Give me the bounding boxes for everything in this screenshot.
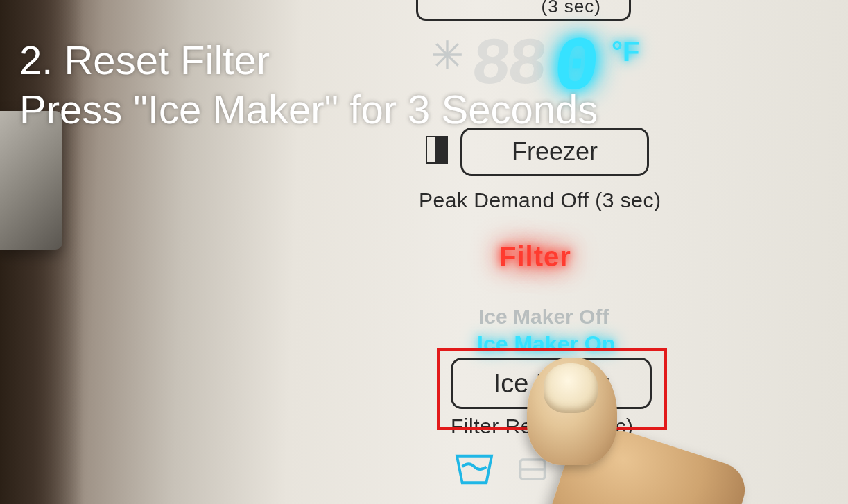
- fridge-button-outline-partial[interactable]: (3 sec): [416, 0, 631, 21]
- freezer-sublabel: Peak Demand Off (3 sec): [419, 189, 661, 212]
- ice-cube-icon: [513, 451, 552, 488]
- instruction-overlay-text: 2. Reset Filter Press "Ice Maker" for 3 …: [19, 36, 598, 134]
- freezer-button-label: Freezer: [512, 137, 598, 166]
- filter-indicator-light: Filter: [499, 241, 571, 272]
- instruction-highlight-box: [437, 348, 667, 430]
- temperature-unit: °F: [612, 36, 639, 67]
- freezer-compartment-icon: [426, 136, 453, 166]
- ice-maker-off-label: Ice Maker Off: [478, 305, 609, 329]
- water-dispenser-icon: [452, 451, 496, 488]
- fridge-button-sublabel-partial: (3 sec): [542, 0, 601, 17]
- freezer-button[interactable]: Freezer: [460, 128, 649, 176]
